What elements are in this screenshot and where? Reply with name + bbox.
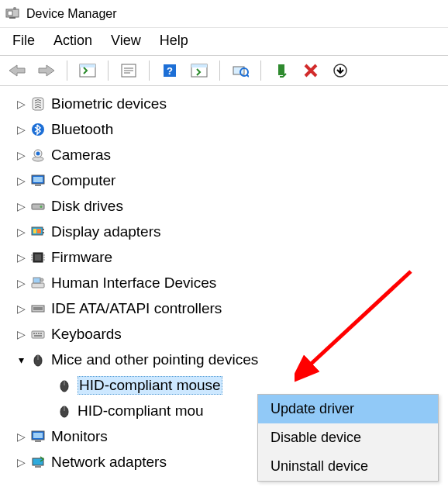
update-driver-button[interactable]	[329, 60, 351, 81]
toolbar: ?	[0, 55, 448, 86]
toolbar-separator	[108, 60, 109, 81]
svg-rect-52	[34, 335, 42, 337]
menu-action[interactable]: Action	[53, 33, 92, 49]
context-item-disable-device[interactable]: Disable device	[258, 423, 438, 452]
tree-item-computer[interactable]: ▷ Computer	[14, 168, 448, 193]
svg-rect-61	[35, 440, 41, 442]
svg-rect-25	[33, 177, 43, 182]
display-adapter-icon	[29, 225, 47, 239]
show-hide-tree-button[interactable]	[77, 60, 98, 81]
toolbar-separator	[219, 60, 220, 81]
tree-item-biometric[interactable]: ▷ Biometric devices	[14, 91, 448, 116]
menu-help[interactable]: Help	[160, 33, 188, 49]
svg-rect-42	[32, 283, 44, 288]
context-item-update-driver[interactable]: Update driver	[258, 395, 438, 423]
svg-rect-43	[33, 278, 40, 283]
tree-item-ide[interactable]: ▷ IDE ATA/ATAPI controllers	[14, 295, 448, 321]
tree-item-display[interactable]: ▷ Display adapters	[14, 219, 448, 244]
svg-point-28	[40, 206, 43, 208]
remove-device-button[interactable]	[300, 60, 322, 81]
back-button[interactable]	[6, 60, 28, 81]
scan-hardware-button[interactable]	[229, 60, 251, 81]
context-item-uninstall-device[interactable]: Uninstall device	[258, 452, 438, 481]
chevron-right-icon[interactable]: ▷	[14, 430, 28, 443]
tree-label: HID-compliant mou	[78, 402, 204, 420]
chip-icon	[29, 250, 47, 264]
keyboard-icon	[29, 327, 47, 341]
mouse-icon	[29, 353, 47, 367]
chevron-right-icon[interactable]: ▷	[14, 302, 28, 315]
tree-label: Cameras	[51, 147, 111, 164]
chevron-down-icon[interactable]: ▾	[14, 354, 28, 366]
toolbar-action-button[interactable]	[188, 60, 210, 81]
chevron-right-icon[interactable]: ▷	[14, 226, 28, 238]
hid-icon	[29, 276, 47, 290]
svg-rect-26	[35, 185, 41, 186]
chevron-right-icon[interactable]: ▷	[14, 251, 28, 264]
svg-point-23	[36, 151, 40, 155]
chevron-right-icon[interactable]: ▷	[14, 328, 28, 340]
toolbar-separator	[67, 60, 67, 81]
forward-button[interactable]	[36, 60, 57, 81]
tree-label: Keyboards	[51, 326, 122, 343]
tree-item-firmware[interactable]: ▷ Firmware	[14, 244, 448, 270]
svg-rect-1	[8, 11, 12, 16]
menubar: File Action View Help	[0, 28, 448, 55]
svg-text:?: ?	[167, 65, 173, 77]
svg-rect-13	[191, 64, 207, 67]
mouse-icon	[56, 404, 73, 418]
monitor-icon	[29, 174, 47, 188]
titlebar: Device Manager	[0, 0, 448, 28]
tree-label: HID-compliant mouse	[78, 376, 222, 395]
toolbar-separator	[260, 60, 261, 81]
svg-point-44	[40, 278, 43, 281]
menu-view[interactable]: View	[111, 33, 141, 49]
disk-icon	[29, 199, 47, 213]
tree-label: Biometric devices	[51, 95, 167, 112]
svg-rect-48	[33, 333, 35, 334]
chevron-right-icon[interactable]: ▷	[14, 200, 28, 212]
svg-rect-49	[36, 333, 37, 334]
properties-button[interactable]	[118, 60, 140, 81]
svg-rect-62	[33, 458, 43, 465]
bluetooth-icon	[29, 123, 47, 136]
tree-item-mice[interactable]: ▾ Mice and other pointing devices	[14, 347, 448, 372]
svg-rect-51	[40, 333, 42, 334]
tree-item-keyboards[interactable]: ▷ Keyboards	[14, 321, 448, 347]
chevron-right-icon[interactable]: ▷	[14, 98, 28, 110]
add-driver-button[interactable]	[271, 60, 292, 81]
fingerprint-icon	[29, 97, 47, 111]
tree-label: IDE ATA/ATAPI controllers	[51, 300, 222, 317]
svg-rect-50	[38, 333, 40, 334]
tree-label: Display adapters	[51, 223, 161, 240]
svg-rect-46	[33, 307, 43, 310]
chevron-right-icon[interactable]: ▷	[14, 149, 28, 161]
tree-item-bluetooth[interactable]: ▷ Bluetooth	[14, 116, 448, 142]
menu-file[interactable]: File	[12, 33, 35, 49]
tree-item-hid[interactable]: ▷ Human Interface Devices	[14, 270, 448, 295]
svg-line-16	[246, 74, 249, 77]
svg-rect-60	[33, 433, 43, 438]
chevron-right-icon[interactable]: ▷	[14, 174, 28, 187]
svg-rect-2	[9, 17, 16, 19]
context-menu: Update driver Disable device Uninstall d…	[257, 394, 439, 482]
svg-rect-27	[32, 204, 44, 209]
app-icon	[5, 6, 20, 22]
network-icon	[29, 455, 47, 469]
svg-rect-32	[43, 229, 44, 230]
monitor-icon	[29, 430, 47, 444]
tree-label: Bluetooth	[51, 121, 113, 138]
svg-rect-31	[37, 229, 41, 233]
svg-rect-17	[278, 64, 284, 75]
device-manager-window: Device Manager File Action View Help ?	[0, 0, 448, 487]
tree-label: Computer	[51, 172, 115, 189]
tree-item-disk[interactable]: ▷ Disk drives	[14, 193, 448, 219]
window-title: Device Manager	[26, 7, 117, 21]
chevron-right-icon[interactable]: ▷	[14, 456, 28, 468]
chevron-right-icon[interactable]: ▷	[14, 277, 28, 289]
help-button[interactable]: ?	[159, 60, 181, 81]
tree-label: Monitors	[51, 428, 108, 445]
ide-icon	[29, 302, 47, 316]
tree-item-cameras[interactable]: ▷ Cameras	[14, 142, 448, 168]
chevron-right-icon[interactable]: ▷	[14, 123, 28, 136]
